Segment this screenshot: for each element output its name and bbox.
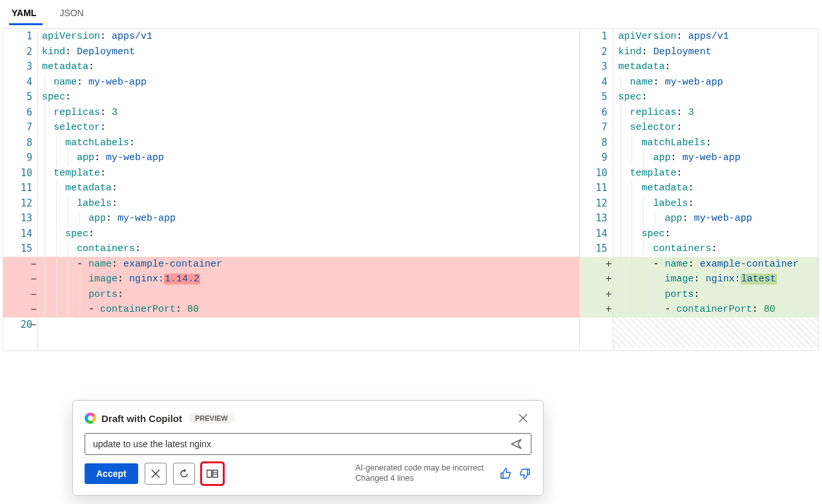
tab-json[interactable]: JSON <box>57 4 90 25</box>
tab-yaml[interactable]: YAML <box>9 4 43 25</box>
accept-button[interactable]: Accept <box>85 463 138 484</box>
regenerate-button[interactable] <box>173 463 195 485</box>
diff-view-button[interactable] <box>201 463 223 485</box>
close-button[interactable] <box>515 410 531 427</box>
svg-rect-0 <box>207 470 211 478</box>
thumbs-up-icon[interactable] <box>499 467 512 480</box>
svg-rect-1 <box>212 470 218 478</box>
diff-pane-modified[interactable]: 12345678910111213141516+17+18+19+ apiVer… <box>580 29 818 350</box>
copilot-icon <box>85 412 96 424</box>
preview-badge: PREVIEW <box>189 413 234 423</box>
prompt-input[interactable] <box>92 438 510 450</box>
diff-editor: 12345678910111213141516−17−18−19−20− api… <box>3 28 819 351</box>
copilot-disclaimer: AI-generated code may be incorrect <box>355 463 484 474</box>
thumbs-down-icon[interactable] <box>519 467 531 480</box>
format-tabs: YAML JSON <box>0 0 822 26</box>
copilot-status: AI-generated code may be incorrect Chang… <box>355 463 484 483</box>
copilot-title: Draft with Copilot <box>101 413 182 424</box>
send-icon[interactable] <box>510 438 524 450</box>
prompt-input-row <box>85 433 531 455</box>
diff-pane-original[interactable]: 12345678910111213141516−17−18−19−20− api… <box>3 29 580 350</box>
copilot-change-count: Changed 4 lines <box>355 474 484 484</box>
copilot-panel: Draft with Copilot PREVIEW Accept AI-gen… <box>72 400 544 496</box>
discard-button[interactable] <box>145 463 167 485</box>
